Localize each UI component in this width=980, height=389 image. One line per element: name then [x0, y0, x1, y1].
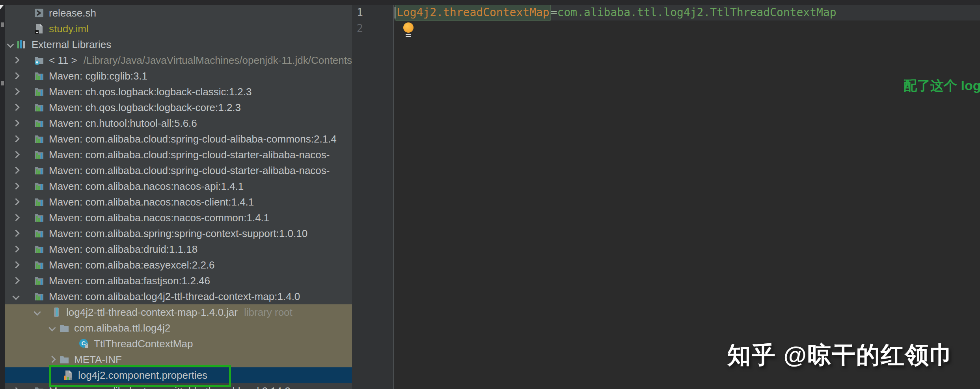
chevron-right-icon[interactable] — [13, 183, 19, 189]
note-1: 配了这个 log4j2会使用 value值 来作为ThreadContextMa… — [904, 77, 980, 95]
chevron-right-icon[interactable] — [13, 262, 19, 268]
tree-item-study-iml[interactable]: study.iml — [5, 21, 352, 37]
external-libraries-icon — [17, 39, 27, 50]
maven-library-icon — [34, 244, 44, 254]
maven-library-icon — [34, 291, 44, 302]
tree-item-maven-com-alibaba-spring-spring-context-[interactable]: Maven: com.alibaba.spring:spring-context… — [5, 226, 352, 241]
maven-library-icon — [34, 102, 44, 113]
maven-library-icon — [34, 181, 44, 191]
tool-window-stripe[interactable] — [0, 5, 5, 389]
tree-item-maven-com-alibaba-transmittable-thread-l[interactable]: Maven: com.alibaba:transmittable-thread-… — [5, 383, 352, 389]
tree-item-label: Maven: com.alibaba.nacos:nacos-client:1.… — [49, 196, 254, 208]
chevron-right-icon[interactable] — [13, 152, 19, 158]
package-icon — [59, 323, 69, 333]
tree-item-ttlthreadcontextmap[interactable]: CTtlThreadContextMap — [5, 336, 352, 352]
chevron-down-icon[interactable] — [13, 293, 19, 300]
line-number-1: 1 — [352, 5, 363, 20]
maven-library-icon — [34, 87, 44, 97]
tree-item-label: log4j2.component.properties — [78, 369, 207, 382]
tree-item-maven-com-alibaba-druid-1-1-18[interactable]: Maven: com.alibaba:druid:1.1.18 — [5, 241, 352, 257]
tree-item-maven-com-alibaba-cloud-spring-cloud-sta[interactable]: Maven: com.alibaba.cloud:spring-cloud-st… — [5, 147, 352, 163]
tree-item-label: com.alibaba.ttl.log4j2 — [74, 322, 170, 334]
stripe-tool-icon[interactable] — [1, 22, 4, 27]
tree-item-label: Maven: com.alibaba:log4j2-ttl-thread-con… — [49, 291, 300, 303]
chevron-right-icon[interactable] — [13, 57, 19, 63]
chevron-right-icon[interactable] — [13, 167, 19, 174]
chevron-right-icon[interactable] — [13, 199, 19, 205]
tree-item-label: Maven: com.alibaba.cloud:spring-cloud-al… — [49, 133, 337, 145]
chevron-down-icon[interactable] — [34, 309, 40, 315]
tree-item-maven-com-alibaba-easyexcel-2-2-6[interactable]: Maven: com.alibaba:easyexcel:2.2.6 — [5, 257, 352, 273]
property-value[interactable]: com.alibaba.ttl.log4j2.TtlThreadContextM… — [557, 6, 837, 19]
tree-item-label: Maven: com.alibaba:druid:1.1.18 — [49, 243, 197, 256]
intention-bulb-icon[interactable] — [403, 22, 414, 38]
chevron-down-icon[interactable] — [49, 325, 55, 331]
svg-text:C: C — [82, 340, 86, 346]
chevron-right-icon[interactable] — [49, 356, 55, 363]
chevron-right-icon[interactable] — [13, 136, 19, 142]
maven-library-icon — [34, 276, 44, 286]
equals-sign: = — [551, 6, 557, 19]
tree-item-label: Maven: com.alibaba:fastjson:1.2.46 — [49, 275, 210, 287]
maven-library-icon — [34, 386, 44, 389]
maven-library-icon — [34, 71, 44, 81]
maven-library-icon — [34, 118, 44, 128]
tree-item-sublabel: library root — [244, 306, 293, 319]
chevron-right-icon[interactable] — [13, 246, 19, 252]
chevron-right-icon[interactable] — [13, 104, 19, 111]
tree-item-maven-com-alibaba-nacos-nacos-api-1-4-1[interactable]: Maven: com.alibaba.nacos:nacos-api:1.4.1 — [5, 178, 352, 194]
tree-item-label: Maven: cglib:cglib:3.1 — [49, 70, 147, 82]
maven-library-icon — [34, 213, 44, 223]
tree-item-maven-cglib-cglib-3-1[interactable]: Maven: cglib:cglib:3.1 — [5, 68, 352, 84]
shell-script-icon — [34, 8, 44, 18]
tree-item-maven-cn-hutool-hutool-all-5-6-6[interactable]: Maven: cn.hutool:hutool-all:5.6.6 — [5, 115, 352, 131]
tree-item--11-[interactable]: < 11 >/Library/Java/JavaVirtualMachines/… — [5, 52, 352, 68]
tree-item-external-libraries[interactable]: External Libraries — [5, 37, 352, 52]
maven-library-icon — [34, 150, 44, 160]
tree-item-label: META-INF — [74, 354, 122, 366]
line-number-2: 2 — [352, 20, 363, 36]
tree-item-maven-ch-qos-logback-logback-core-1-2-3[interactable]: Maven: ch.qos.logback:logback-core:1.2.3 — [5, 100, 352, 115]
chevron-right-icon[interactable] — [13, 73, 19, 79]
tree-item-maven-com-alibaba-cloud-spring-cloud-sta[interactable]: Maven: com.alibaba.cloud:spring-cloud-st… — [5, 163, 352, 178]
tree-item-log4j2-component-properties[interactable]: log4j2.component.properties — [5, 367, 352, 383]
property-key[interactable]: Log4j2.threadContextMap — [395, 5, 551, 21]
project-tree-rows: release.shstudy.imlExternal Libraries< 1… — [5, 5, 352, 389]
tree-item-release-sh[interactable]: release.sh — [5, 5, 352, 21]
code-line-1[interactable]: Log4j2.threadContextMap=com.alibaba.ttl.… — [395, 5, 837, 20]
tree-item-maven-com-alibaba-cloud-spring-cloud-ali[interactable]: Maven: com.alibaba.cloud:spring-cloud-al… — [5, 131, 352, 147]
tree-item-meta-inf[interactable]: META-INF — [5, 352, 352, 367]
tree-item-maven-ch-qos-logback-logback-classic-1-2[interactable]: Maven: ch.qos.logback:logback-classic:1.… — [5, 84, 352, 100]
tree-item-maven-com-alibaba-nacos-nacos-client-1-4[interactable]: Maven: com.alibaba.nacos:nacos-client:1.… — [5, 194, 352, 210]
chevron-right-icon[interactable] — [13, 120, 19, 126]
tree-item-sublabel: /Library/Java/JavaVirtualMachines/openjd… — [84, 54, 352, 67]
editor-pane[interactable]: Log4j2.threadContextMap=com.alibaba.ttl.… — [394, 5, 980, 389]
tree-item-label: study.iml — [49, 23, 89, 35]
maven-library-icon — [34, 197, 44, 207]
jar-icon — [51, 307, 61, 317]
chevron-right-icon[interactable] — [13, 89, 19, 95]
project-tree: release.shstudy.imlExternal Libraries< 1… — [5, 5, 352, 389]
tree-item-label: External Libraries — [32, 39, 111, 51]
tree-item-maven-com-alibaba-log4j2-ttl-thread-cont[interactable]: Maven: com.alibaba:log4j2-ttl-thread-con… — [5, 289, 352, 304]
tree-item-label: Maven: com.alibaba.cloud:spring-cloud-st… — [49, 149, 330, 161]
package-icon — [59, 354, 69, 365]
tree-item-label: Maven: ch.qos.logback:logback-core:1.2.3 — [49, 102, 241, 114]
tree-item-maven-com-alibaba-nacos-nacos-common-1-4[interactable]: Maven: com.alibaba.nacos:nacos-common:1.… — [5, 210, 352, 226]
class-icon: C — [79, 339, 89, 349]
module-file-icon — [34, 24, 44, 34]
chevron-right-icon[interactable] — [13, 215, 19, 221]
chevron-right-icon[interactable] — [13, 278, 19, 284]
tree-item-label: Maven: com.alibaba.nacos:nacos-api:1.4.1 — [49, 180, 244, 193]
chevron-down-icon[interactable] — [7, 41, 13, 48]
editor-gutter: 1 2 — [352, 5, 394, 389]
chevron-right-icon[interactable] — [13, 230, 19, 237]
tree-item-label: log4j2-ttl-thread-context-map-1.4.0.jar — [66, 306, 238, 319]
tree-item-log4j2-ttl-thread-context-map-1-4-0-jar[interactable]: log4j2-ttl-thread-context-map-1.4.0.jarl… — [5, 304, 352, 320]
tree-item-maven-com-alibaba-fastjson-1-2-46[interactable]: Maven: com.alibaba:fastjson:1.2.46 — [5, 273, 352, 289]
stripe-tool-icon[interactable] — [1, 81, 4, 85]
properties-file-icon — [63, 370, 73, 380]
window-top-strip — [0, 0, 980, 5]
tree-item-com-alibaba-ttl-log4j2[interactable]: com.alibaba.ttl.log4j2 — [5, 320, 352, 336]
watermark-main: 知乎 @晾干的红领巾 — [727, 339, 954, 371]
